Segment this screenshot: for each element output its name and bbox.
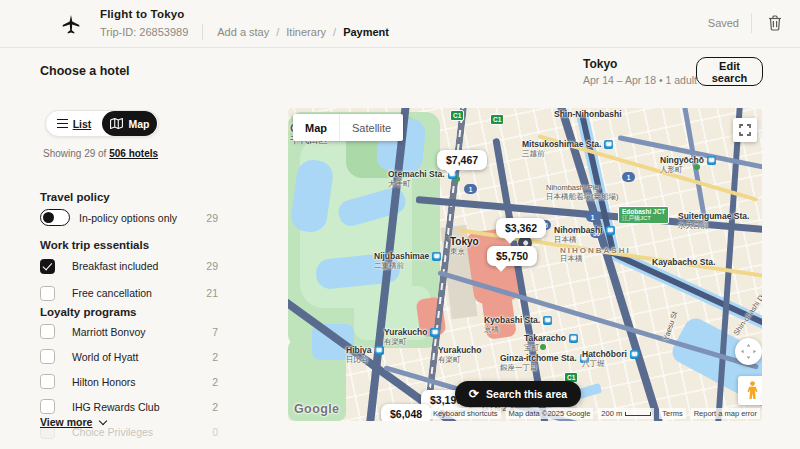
filter-count: 2 [212, 376, 218, 388]
search-this-area-button[interactable]: ⟳ Search this area [455, 381, 581, 407]
map-type-control: Map Satellite [293, 114, 403, 141]
attribution-text: Map data ©2025 Google [506, 408, 594, 419]
delete-trip-button[interactable] [764, 12, 786, 34]
search-this-area-label: Search this area [486, 388, 567, 400]
checkbox[interactable] [40, 324, 55, 339]
route-shield: 1 [464, 184, 477, 194]
dates-guests-label: Apr 14 – Apr 18 • 1 adult [583, 74, 697, 86]
checkbox[interactable] [40, 374, 55, 389]
view-toggle: List Map [45, 110, 159, 137]
attribution-link[interactable]: Terms [659, 408, 685, 419]
view-more-link[interactable]: View more [40, 416, 106, 428]
loyalty-heading: Loyalty programs [40, 306, 137, 318]
breadcrumb-item[interactable]: Itinerary [286, 26, 326, 38]
fullscreen-button[interactable] [733, 118, 757, 142]
in-policy-filter-row[interactable]: In-policy options only 29 [40, 209, 218, 226]
destination-label: Tokyo [583, 57, 697, 71]
map-view-button[interactable]: Map [102, 111, 157, 136]
filter-row[interactable]: IHG Rewards Club2 [40, 397, 218, 416]
breadcrumb: Add a stay/Itinerary/Payment [217, 26, 389, 38]
route-shield: 50 [590, 228, 603, 238]
trip-id: Trip-ID: 26853989 [100, 26, 188, 38]
header-divider-right [751, 13, 752, 33]
filter-label: Hilton Honors [72, 376, 136, 388]
filter-label: Marriott Bonvoy [72, 326, 146, 338]
checkbox[interactable] [40, 259, 55, 274]
pegman-icon [746, 381, 759, 400]
filter-label: IHG Rewards Club [72, 401, 160, 413]
filter-count: 2 [212, 401, 218, 413]
in-policy-toggle[interactable] [40, 209, 70, 226]
trip-title: Flight to Tokyo [100, 8, 389, 20]
map-type-map-button[interactable]: Map [293, 114, 340, 141]
refresh-icon: ⟳ [469, 388, 479, 400]
work-trip-heading: Work trip essentials [40, 239, 149, 251]
filter-label: Breakfast included [72, 260, 158, 272]
hotel-price-marker[interactable]: $6,048 [381, 404, 431, 421]
airplane-icon [60, 13, 82, 35]
top-header: Flight to Tokyo Trip-ID: 26853989 Add a … [0, 0, 800, 48]
tree-icon [694, 164, 700, 170]
filter-row[interactable]: Breakfast included29 [40, 256, 218, 276]
map-scale-bar [625, 412, 651, 416]
list-view-button[interactable]: List [46, 118, 102, 130]
work-trip-filter-list: Breakfast included29Free cancellation21 [40, 256, 218, 310]
pegman-streetview-button[interactable] [738, 376, 762, 405]
results-count-text: Showing 29 of [43, 148, 106, 159]
checkbox[interactable] [40, 286, 55, 301]
map-attribution: Keyboard shortcutsMap data ©2025 Google2… [430, 408, 760, 419]
tree-icon [540, 344, 546, 350]
search-summary: Tokyo Apr 14 – Apr 18 • 1 adult [583, 57, 697, 86]
route-shield: 1 [622, 172, 635, 182]
route-shield: C1 [490, 114, 504, 125]
filter-count: 2 [212, 351, 218, 363]
filter-row[interactable]: Hilton Honors2 [40, 372, 218, 391]
map-view-label: Map [129, 118, 150, 130]
edit-search-button[interactable]: Edit search [696, 57, 763, 86]
hotel-price-marker[interactable]: $7,467 [437, 150, 487, 170]
attribution-text: 200 m [598, 408, 654, 419]
results-summary: Showing 29 of 506 hotels [43, 148, 158, 159]
results-total-link[interactable]: 506 hotels [109, 148, 158, 159]
app-window: Flight to Tokyo Trip-ID: 26853989 Add a … [0, 0, 800, 449]
view-more-label: View more [40, 416, 92, 428]
chevron-down-icon [99, 416, 107, 424]
filter-row[interactable]: World of Hyatt2 [40, 347, 218, 366]
hotel-price-marker[interactable]: $3,362 [496, 218, 546, 238]
checkbox[interactable] [40, 399, 55, 414]
tree-icon [454, 176, 460, 182]
filter-count: 21 [206, 287, 218, 299]
hotel-map[interactable]: Chiyoda City千代田区Otemachi Sta.M大手町Nijubas… [288, 108, 762, 421]
pan-control-button[interactable] [735, 338, 762, 365]
map-type-satellite-button[interactable]: Satellite [340, 114, 403, 141]
header-divider [202, 24, 203, 40]
filter-row[interactable]: Marriott Bonvoy7 [40, 322, 218, 341]
hotel-price-marker[interactable]: $5,750 [487, 246, 537, 266]
loyalty-filter-list: Marriott Bonvoy7World of Hyatt2Hilton Ho… [40, 322, 218, 447]
attribution-link[interactable]: Report a map error [691, 408, 760, 419]
in-policy-label: In-policy options only [79, 212, 177, 224]
google-logo[interactable]: Google [294, 402, 339, 416]
filter-row[interactable]: Free cancellation21 [40, 283, 218, 303]
filter-count: 0 [212, 426, 218, 438]
checkbox[interactable] [40, 349, 55, 364]
pan-arrows-icon [740, 343, 757, 360]
filter-count: 29 [206, 260, 218, 272]
saved-status: Saved [708, 17, 739, 29]
breadcrumb-item[interactable]: Add a stay [217, 26, 269, 38]
filter-label: Free cancellation [72, 287, 152, 299]
page-title: Choose a hotel [40, 64, 130, 78]
map-icon [110, 117, 123, 130]
breadcrumb-item[interactable]: Payment [343, 26, 389, 38]
route-shield: C1 [450, 110, 464, 121]
breadcrumb-separator: / [333, 26, 336, 38]
filter-label: World of Hyatt [72, 351, 138, 363]
fullscreen-icon [739, 124, 751, 136]
attribution-link[interactable]: Keyboard shortcuts [430, 408, 501, 419]
travel-policy-heading: Travel policy [40, 191, 110, 203]
list-view-label: List [73, 118, 92, 130]
list-icon [57, 119, 68, 128]
in-policy-count: 29 [206, 212, 218, 224]
filter-count: 7 [212, 326, 218, 338]
route-shield: 1 [586, 212, 599, 222]
